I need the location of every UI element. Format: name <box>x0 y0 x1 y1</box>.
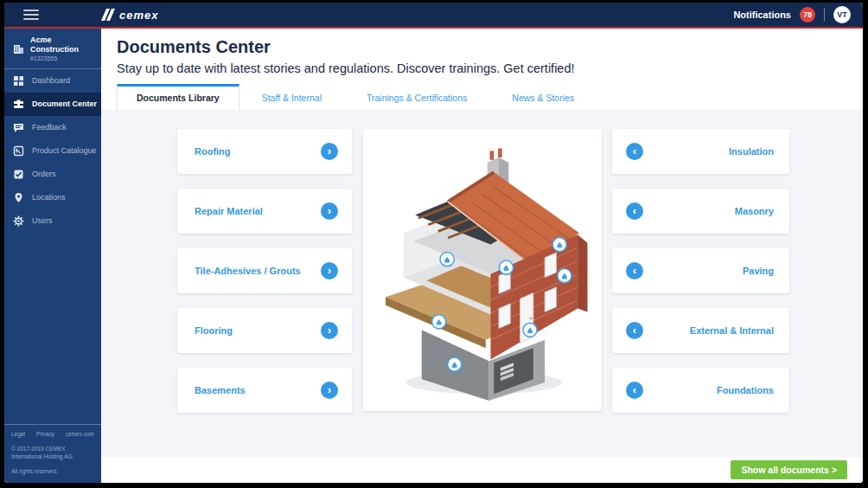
sidebar: Acme Construction #1323555 Dashboard Doc… <box>4 29 101 483</box>
bottom-bar: Show all documents > <box>101 457 863 483</box>
rights-reserved: All rights reserved. <box>11 468 94 474</box>
category-label: Foundations <box>717 385 774 395</box>
tab-trainings-certifications[interactable]: Trainings & Certifications <box>344 86 489 110</box>
category-label: Roofing <box>195 146 231 157</box>
building-icon <box>13 42 24 54</box>
category-label: Flooring <box>195 325 233 336</box>
privacy-link[interactable]: Privacy <box>36 431 54 437</box>
tab-staff-internal[interactable]: Staff & Internal <box>239 86 344 110</box>
page-subtitle: Stay up to date with latest stories and … <box>117 61 863 75</box>
notifications-badge[interactable]: 78 <box>800 7 815 22</box>
app-window: cemex Notifications 78 VT Acme Construct <box>0 0 868 488</box>
house-cutaway-illustration <box>369 135 596 405</box>
topbar-divider <box>824 8 825 22</box>
chevron-left-icon[interactable]: ‹ <box>626 262 643 279</box>
chevron-left-icon[interactable]: ‹ <box>626 202 643 220</box>
category-card-repair-material[interactable]: Repair Material › <box>177 189 352 234</box>
category-label: Masonry <box>735 206 774 216</box>
map-pin-icon <box>13 192 24 203</box>
sidebar-footer: Legal Privacy cemex.com © 2017-2019 CEME… <box>4 424 101 484</box>
documents-library-panel: Roofing › Repair Material › Tile-Adhesiv… <box>101 110 863 457</box>
category-label: Repair Material <box>195 206 263 216</box>
sidebar-item-label: Document Center <box>32 100 97 108</box>
copyright-line2: International Holding AG. <box>11 453 94 461</box>
notifications-label[interactable]: Notifications <box>733 10 791 20</box>
sidebar-item-document-center[interactable]: Document Center <box>4 93 101 116</box>
chevron-right-icon[interactable]: › <box>321 143 338 160</box>
category-card-flooring[interactable]: Flooring › <box>177 308 352 353</box>
user-avatar[interactable]: VT <box>833 6 851 23</box>
tab-documents-library[interactable]: Documents Library <box>117 84 239 110</box>
category-card-external-internal[interactable]: ‹ External & Internal <box>612 308 789 353</box>
sidebar-item-users[interactable]: Users <box>4 209 101 233</box>
category-label: Basements <box>195 385 246 395</box>
sidebar-item-locations[interactable]: Locations <box>4 186 101 209</box>
cemex-logo-text: cemex <box>119 9 158 22</box>
category-card-masonry[interactable]: ‹ Masonry <box>612 189 789 234</box>
sidebar-item-label: Users <box>32 216 53 225</box>
sidebar-item-label: Feedback <box>32 123 67 132</box>
account-number: #1323555 <box>30 55 94 61</box>
chevron-right-icon[interactable]: › <box>321 202 338 220</box>
category-card-insulation[interactable]: ‹ Insulation <box>612 129 789 174</box>
sidebar-item-feedback[interactable]: Feedback <box>4 116 101 139</box>
category-card-roofing[interactable]: Roofing › <box>177 129 352 174</box>
category-card-tile-adhesives-grouts[interactable]: Tile-Adhesives / Grouts › <box>177 248 352 293</box>
sidebar-item-dashboard[interactable]: Dashboard <box>4 69 101 93</box>
chat-bubble-icon <box>13 122 24 133</box>
chevron-right-icon[interactable]: › <box>321 262 338 279</box>
sidebar-item-product-catalogue[interactable]: Product Catalogue <box>4 139 101 163</box>
tab-news-stories[interactable]: News & Stories <box>489 86 597 110</box>
sidebar-item-label: Dashboard <box>32 76 70 85</box>
account-switcher[interactable]: Acme Construction #1323555 <box>4 29 101 69</box>
sidebar-item-label: Locations <box>32 193 66 202</box>
house-cutaway-image <box>363 129 602 411</box>
page-title: Documents Center <box>117 37 863 57</box>
category-label: Paving <box>743 266 774 276</box>
checkbox-icon <box>13 169 24 180</box>
chevron-left-icon[interactable]: ‹ <box>626 382 643 399</box>
sidebar-item-label: Orders <box>32 170 56 178</box>
left-category-column: Roofing › Repair Material › Tile-Adhesiv… <box>177 129 352 457</box>
main-area: Documents Center Stay up to date with la… <box>101 29 863 483</box>
sidebar-item-orders[interactable]: Orders <box>4 163 101 186</box>
cemex-logo-mark <box>96 9 117 21</box>
gear-icon <box>13 215 24 227</box>
dashboard-grid-icon <box>13 75 24 87</box>
category-card-basements[interactable]: Basements › <box>177 368 352 413</box>
right-category-column: ‹ Insulation ‹ Masonry ‹ Paving ‹ Extern… <box>612 129 789 457</box>
chevron-left-icon[interactable]: ‹ <box>626 143 643 160</box>
category-label: Insulation <box>729 146 774 157</box>
sidebar-item-label: Product Catalogue <box>32 146 97 155</box>
tab-bar: Documents Library Staff & Internal Train… <box>117 84 863 110</box>
copyright-line1: © 2017-2019 CEMEX <box>11 445 94 453</box>
chevron-right-icon[interactable]: › <box>321 322 338 339</box>
catalogue-tag-icon <box>13 145 24 157</box>
hamburger-menu-icon[interactable] <box>23 10 39 20</box>
chevron-left-icon[interactable]: ‹ <box>626 322 643 339</box>
category-label: External & Internal <box>690 325 774 336</box>
account-name: Acme Construction <box>30 35 94 55</box>
category-card-foundations[interactable]: ‹ Foundations <box>612 368 789 413</box>
document-center-icon <box>13 99 24 110</box>
top-bar: cemex Notifications 78 VT <box>4 3 863 27</box>
chevron-right-icon[interactable]: › <box>321 382 338 399</box>
category-card-paving[interactable]: ‹ Paving <box>612 248 789 293</box>
show-all-documents-button[interactable]: Show all documents > <box>731 460 847 479</box>
cemex-logo: cemex <box>96 9 158 22</box>
legal-link[interactable]: Legal <box>11 431 25 437</box>
category-label: Tile-Adhesives / Grouts <box>195 266 301 276</box>
cemex-com-link[interactable]: cemex.com <box>66 431 94 437</box>
